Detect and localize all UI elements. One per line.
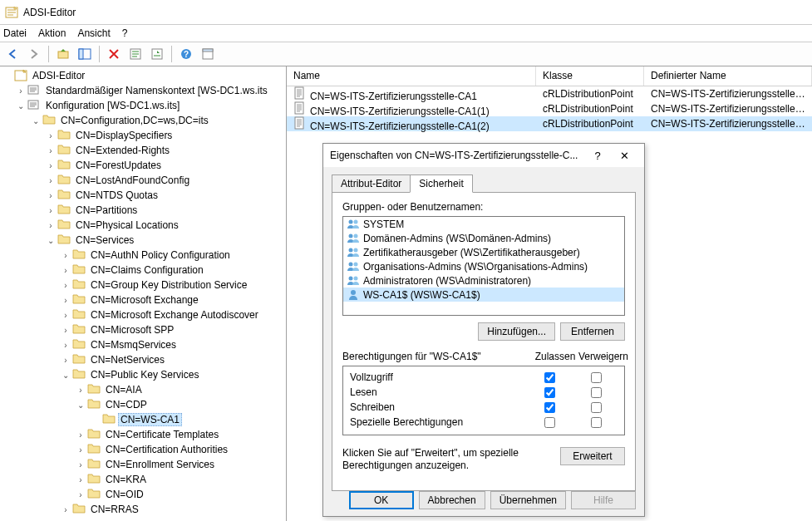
- tree-wsca1[interactable]: CN=WS-CA1: [0, 412, 286, 427]
- expand-icon[interactable]: ›: [75, 489, 86, 500]
- expand-icon[interactable]: ›: [60, 339, 71, 351]
- tree-extrights[interactable]: ›CN=Extended-Rights: [0, 143, 286, 158]
- add-button[interactable]: Hinzufügen...: [478, 322, 555, 341]
- tab-sicherheit[interactable]: Sicherheit: [410, 174, 472, 193]
- tree-oid[interactable]: ›CN=OID: [0, 487, 286, 502]
- tree-msspp[interactable]: ›CN=Microsoft SPP: [0, 322, 286, 337]
- tree-cdp[interactable]: ⌄CN=CDP: [0, 397, 286, 412]
- show-hide-tree-button[interactable]: [76, 45, 94, 63]
- tree-config-context[interactable]: ⌄ Konfiguration [WS-DC1.ws.its]: [0, 98, 286, 113]
- tree-aia[interactable]: ›CN=AIA: [0, 382, 286, 397]
- list-row[interactable]: CN=WS-ITS-Zertifizierungsstelle-CA1(2)cR…: [287, 116, 812, 131]
- expand-icon[interactable]: ›: [75, 429, 86, 440]
- deny-checkbox[interactable]: [591, 417, 602, 428]
- expand-icon[interactable]: ›: [75, 444, 86, 455]
- close-icon[interactable]: ✕: [611, 146, 637, 165]
- tree-root[interactable]: ADSI-Editor: [0, 68, 286, 83]
- tree-msexch[interactable]: ›CN=Microsoft Exchange: [0, 292, 286, 307]
- principal-item[interactable]: Administratoren (WS\Administratoren): [343, 273, 624, 288]
- expand-icon[interactable]: ›: [45, 160, 57, 171]
- allow-checkbox[interactable]: [544, 417, 555, 428]
- help-button[interactable]: ?: [177, 45, 195, 63]
- tree-claims[interactable]: ›CN=Claims Configuration: [0, 263, 286, 278]
- expand-icon[interactable]: ›: [60, 354, 71, 366]
- expand-icon[interactable]: ›: [45, 130, 57, 141]
- advanced-button[interactable]: Erweitert: [560, 447, 625, 465]
- collapse-icon[interactable]: ⌄: [75, 399, 86, 410]
- deny-checkbox[interactable]: [591, 372, 602, 383]
- remove-button[interactable]: Entfernen: [560, 322, 625, 341]
- col-dn[interactable]: Definierter Name: [644, 66, 812, 86]
- tree-authn[interactable]: ›CN=AuthN Policy Configuration: [0, 248, 286, 263]
- expand-icon[interactable]: ›: [60, 294, 71, 306]
- deny-checkbox[interactable]: [591, 402, 602, 413]
- forward-button[interactable]: [25, 45, 43, 63]
- expand-icon[interactable]: ›: [60, 324, 71, 336]
- export-button[interactable]: [148, 45, 166, 63]
- collapse-icon[interactable]: ⌄: [60, 369, 71, 381]
- tree-forestupd[interactable]: ›CN=ForestUpdates: [0, 158, 286, 173]
- menu-action[interactable]: Aktion: [38, 27, 66, 39]
- back-button[interactable]: [3, 45, 22, 63]
- tab-attribut-editor[interactable]: Attribut-Editor: [332, 174, 411, 193]
- expand-icon[interactable]: ›: [15, 85, 27, 96]
- collapse-icon[interactable]: ⌄: [45, 234, 57, 246]
- expand-icon[interactable]: ›: [45, 219, 57, 231]
- expand-icon[interactable]: ›: [75, 384, 86, 396]
- col-name[interactable]: Name: [287, 66, 536, 86]
- col-class[interactable]: Klasse: [536, 66, 644, 86]
- list-row[interactable]: CN=WS-ITS-Zertifizierungsstelle-CA1cRLDi…: [287, 86, 812, 101]
- tree-displayspec[interactable]: ›CN=DisplaySpecifiers: [0, 128, 286, 143]
- expand-icon[interactable]: ›: [60, 249, 71, 261]
- tree-ntds[interactable]: ›CN=NTDS Quotas: [0, 188, 286, 203]
- cancel-button[interactable]: Abbrechen: [419, 491, 485, 509]
- tree-msmq[interactable]: ›CN=MsmqServices: [0, 337, 286, 352]
- tree-partitions[interactable]: ›CN=Partitions: [0, 203, 286, 218]
- expand-icon[interactable]: ›: [45, 189, 57, 201]
- principal-item[interactable]: Zertifikatherausgeber (WS\Zertifikathera…: [343, 245, 624, 259]
- principal-item[interactable]: WS-CA1$ (WS\WS-CA1$): [343, 288, 624, 302]
- tree-certauth[interactable]: ›CN=Certification Authorities: [0, 442, 286, 457]
- tree-netsvc[interactable]: ›CN=NetServices: [0, 352, 286, 367]
- list-row[interactable]: CN=WS-ITS-Zertifizierungsstelle-CA1(1)cR…: [287, 101, 812, 116]
- tree-rras[interactable]: ›CN=RRAS: [0, 502, 286, 517]
- principal-item[interactable]: Organisations-Admins (WS\Organisations-A…: [343, 259, 624, 273]
- properties-button[interactable]: [199, 45, 217, 63]
- tree-certtmpl[interactable]: ›CN=Certificate Templates: [0, 427, 286, 442]
- allow-checkbox[interactable]: [544, 372, 555, 383]
- expand-icon[interactable]: ›: [75, 459, 86, 470]
- expand-icon[interactable]: ›: [60, 504, 71, 515]
- menu-view[interactable]: Ansicht: [77, 27, 110, 39]
- delete-button[interactable]: [105, 45, 123, 63]
- deny-checkbox[interactable]: [591, 387, 602, 398]
- expand-icon[interactable]: ›: [45, 204, 57, 216]
- expand-icon[interactable]: ›: [60, 309, 71, 321]
- tree-default-context[interactable]: › Standardmäßiger Namenskontext [WS-DC1.…: [0, 83, 286, 98]
- principals-list[interactable]: SYSTEMDomänen-Admins (WS\Domänen-Admins)…: [342, 216, 625, 316]
- principal-item[interactable]: SYSTEM: [343, 217, 624, 231]
- dialog-titlebar[interactable]: Eigenschaften von CN=WS-ITS-Zertifizieru…: [323, 144, 644, 167]
- collapse-icon[interactable]: ⌄: [30, 115, 42, 126]
- expand-icon[interactable]: ›: [45, 145, 57, 156]
- help-icon[interactable]: ?: [584, 146, 611, 165]
- tree-msexchauto[interactable]: ›CN=Microsoft Exchange Autodiscover: [0, 307, 286, 322]
- tree-pks[interactable]: ⌄CN=Public Key Services: [0, 367, 286, 382]
- apply-button[interactable]: Übernehmen: [490, 491, 566, 509]
- collapse-icon[interactable]: ⌄: [15, 100, 27, 111]
- tree-kra[interactable]: ›CN=KRA: [0, 472, 286, 487]
- expand-icon[interactable]: ›: [45, 174, 57, 186]
- allow-checkbox[interactable]: [544, 402, 555, 413]
- tree-gkds[interactable]: ›CN=Group Key Distribution Service: [0, 278, 286, 292]
- menu-help[interactable]: ?: [122, 27, 128, 39]
- tree-configuration[interactable]: ⌄ CN=Configuration,DC=ws,DC=its: [0, 113, 286, 128]
- tree-physloc[interactable]: ›CN=Physical Locations: [0, 218, 286, 233]
- expand-icon[interactable]: ›: [60, 279, 71, 291]
- tree-pane[interactable]: ADSI-Editor › Standardmäßiger Namenskont…: [0, 66, 287, 521]
- refresh-button[interactable]: [126, 45, 145, 63]
- expand-icon[interactable]: ›: [75, 474, 86, 485]
- help-button[interactable]: Hilfe: [571, 491, 636, 509]
- expand-icon[interactable]: ›: [60, 264, 71, 276]
- tree-services[interactable]: ⌄CN=Services: [0, 233, 286, 248]
- tree-enroll[interactable]: ›CN=Enrollment Services: [0, 457, 286, 472]
- ok-button[interactable]: OK: [349, 491, 414, 509]
